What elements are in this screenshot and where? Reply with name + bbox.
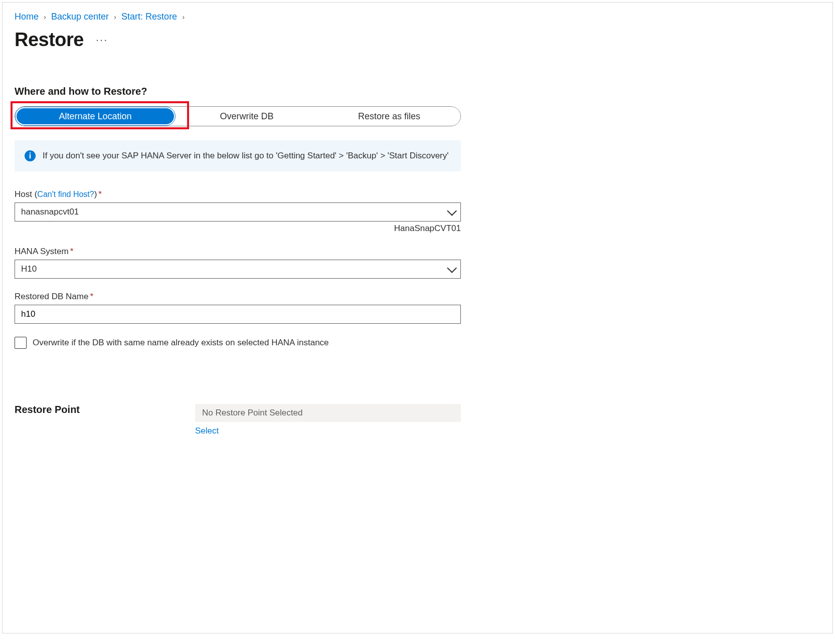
restore-point-section: Restore Point No Restore Point Selected …	[15, 404, 820, 436]
restored-db-input[interactable]	[21, 309, 454, 319]
restore-point-value: No Restore Point Selected	[195, 404, 461, 422]
restore-point-label: Restore Point	[15, 404, 195, 415]
host-select-value: hanasnapcvt01	[21, 207, 79, 217]
info-banner-text: If you don't see your SAP HANA Server in…	[43, 149, 449, 162]
chevron-right-icon: ›	[44, 13, 46, 21]
info-icon: i	[25, 150, 36, 161]
overwrite-checkbox-row: Overwrite if the DB with same name alrea…	[15, 337, 820, 349]
pill-overwrite-db[interactable]: Overwrite DB	[176, 107, 318, 126]
pill-alternate-location[interactable]: Alternate Location	[15, 107, 176, 126]
breadcrumb-start-restore[interactable]: Start: Restore	[121, 12, 177, 22]
hana-system-label-text: HANA System	[15, 247, 69, 256]
field-hana-system: HANA System* H10	[15, 247, 461, 279]
breadcrumb-backup-center[interactable]: Backup center	[51, 12, 109, 22]
chevron-right-icon: ›	[182, 13, 185, 21]
breadcrumb: Home › Backup center › Start: Restore ›	[15, 12, 820, 22]
restored-db-input-wrap	[15, 305, 461, 324]
hana-system-select-value: H10	[21, 264, 37, 274]
pill-restore-as-files[interactable]: Restore as files	[318, 107, 460, 126]
field-restored-db-name: Restored DB Name*	[15, 292, 461, 324]
host-select[interactable]: hanasnapcvt01	[15, 202, 461, 222]
chevron-down-icon	[447, 263, 457, 273]
overwrite-checkbox[interactable]	[15, 337, 27, 349]
page-title: Restore	[15, 29, 84, 51]
chevron-right-icon: ›	[114, 13, 116, 21]
host-helper-text: HanaSnapCVT01	[15, 224, 461, 234]
more-actions-icon[interactable]: ···	[96, 34, 108, 47]
hana-system-label: HANA System*	[15, 247, 461, 257]
restored-db-label: Restored DB Name*	[15, 292, 461, 302]
host-label-prefix: Host (	[15, 189, 37, 199]
section-heading-where-how: Where and how to Restore?	[15, 86, 820, 97]
cant-find-host-link[interactable]: Can't find Host?	[37, 190, 94, 198]
host-label-suffix: )	[94, 189, 97, 199]
required-indicator: *	[90, 292, 93, 301]
field-host: Host (Can't find Host?)* hanasnapcvt01 H…	[15, 189, 461, 234]
hana-system-select[interactable]: H10	[15, 260, 461, 279]
info-banner: i If you don't see your SAP HANA Server …	[15, 140, 461, 171]
chevron-down-icon	[447, 205, 457, 216]
overwrite-checkbox-label: Overwrite if the DB with same name alrea…	[33, 338, 329, 348]
restored-db-label-text: Restored DB Name	[15, 292, 88, 301]
host-label: Host (Can't find Host?)*	[15, 189, 461, 199]
breadcrumb-home[interactable]: Home	[15, 12, 39, 22]
pill-alternate-location-label: Alternate Location	[17, 108, 174, 124]
required-indicator: *	[98, 189, 102, 199]
required-indicator: *	[70, 247, 74, 256]
restore-point-select-link[interactable]: Select	[195, 426, 461, 436]
restore-mode-selector: Alternate Location Overwrite DB Restore …	[15, 106, 461, 126]
